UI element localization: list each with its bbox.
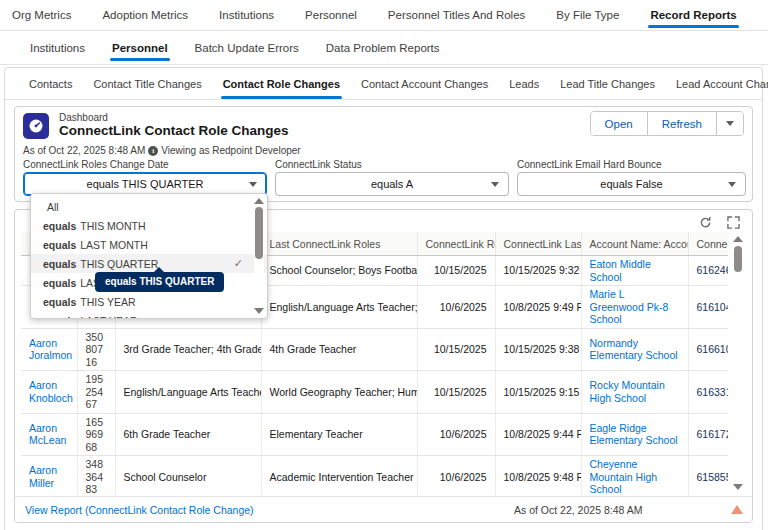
tab-record-reports[interactable]: Record Reports bbox=[650, 0, 736, 30]
last-modified-cell: 10/8/2025 9:44 PM bbox=[495, 413, 581, 456]
scroll-up-arrow-icon[interactable] bbox=[254, 198, 264, 204]
widget-actions bbox=[698, 215, 740, 229]
option-label: THIS MONTH bbox=[80, 220, 145, 232]
tab-personnel[interactable]: Personnel bbox=[305, 0, 357, 30]
contact-link[interactable]: Aaron Joralmon bbox=[29, 337, 72, 362]
tab-personnel-titles-and-roles[interactable]: Personnel Titles And Roles bbox=[388, 0, 525, 30]
chevron-down-icon bbox=[728, 182, 736, 187]
contact-id-cell: 34836483 bbox=[77, 456, 115, 496]
tab-contact-account-changes[interactable]: Contact Account Changes bbox=[361, 68, 488, 99]
roles-cell: 6th Grade Teacher bbox=[115, 413, 261, 456]
dashboard-asof-line: As of Oct 22, 2025 8:48 AM i Viewing as … bbox=[23, 145, 301, 156]
last-modified-cell: 10/15/2025 9:32 PM bbox=[495, 256, 581, 286]
change-date-cell: 10/6/2025 bbox=[417, 286, 495, 329]
filter-email-hard-bounce-combobox[interactable]: equals False bbox=[517, 172, 746, 196]
option-label: THIS QUARTER bbox=[80, 258, 158, 270]
table-row: Aaron Knobloch 19525467 English/Language… bbox=[21, 371, 728, 414]
connectlink-id-cell: 616246 bbox=[688, 256, 728, 286]
expand-widget-icon[interactable] bbox=[726, 215, 740, 229]
contact-id-cell: 35080716 bbox=[77, 328, 115, 371]
contact-link[interactable]: Aaron Knobloch bbox=[29, 379, 73, 404]
scroll-up-arrow-icon[interactable] bbox=[733, 236, 743, 242]
chevron-down-icon bbox=[249, 182, 257, 187]
table-row: Aaron McLean 16596968 6th Grade Teacher … bbox=[21, 413, 728, 456]
dashboard-icon bbox=[23, 113, 49, 139]
roles-cell: 3rd Grade Teacher; 4th Grade Teacher bbox=[115, 328, 261, 371]
info-icon[interactable]: i bbox=[148, 146, 158, 156]
option-prefix: equals bbox=[43, 315, 76, 320]
tab-contact-role-changes[interactable]: Contact Role Changes bbox=[223, 68, 340, 99]
secondary-tab-bar: Institutions Personnel Batch Update Erro… bbox=[0, 32, 768, 65]
scrollbar-thumb[interactable] bbox=[734, 246, 742, 272]
refresh-button[interactable]: Refresh bbox=[648, 112, 717, 135]
entity-type-label: Dashboard bbox=[59, 112, 108, 123]
col-header-account-name[interactable]: Account Name: Account N... bbox=[581, 232, 688, 256]
refresh-widget-icon[interactable] bbox=[698, 215, 712, 229]
filter-label-email-hard-bounce: ConnectLink Email Hard Bounce bbox=[517, 159, 746, 170]
page-title: ConnectLink Contact Role Changes bbox=[59, 123, 289, 138]
last-modified-cell: 10/8/2025 9:49 PM bbox=[495, 286, 581, 329]
roles-change-date-dropdown: All equals THIS MONTH equals LAST MONTH … bbox=[30, 193, 268, 319]
tab-adoption-metrics[interactable]: Adoption Metrics bbox=[102, 0, 188, 30]
tab-lead-title-changes[interactable]: Lead Title Changes bbox=[560, 68, 655, 99]
footer-asof-text: As of Oct 22, 2025 8:48 AM bbox=[514, 504, 642, 516]
scrollbar-thumb[interactable] bbox=[255, 207, 263, 259]
open-button[interactable]: Open bbox=[591, 112, 648, 135]
tab-by-file-type[interactable]: By File Type bbox=[556, 0, 619, 30]
filter-value: equals THIS QUARTER bbox=[87, 178, 204, 190]
change-date-cell: 10/15/2025 bbox=[417, 371, 495, 414]
contact-link[interactable]: Aaron Miller bbox=[29, 464, 57, 489]
scroll-down-arrow-icon[interactable] bbox=[733, 484, 743, 490]
subtab-data-problem-reports[interactable]: Data Problem Reports bbox=[326, 32, 440, 64]
last-roles-cell: School Counselor; Boys Football Coach bbox=[261, 256, 417, 286]
tab-institutions[interactable]: Institutions bbox=[219, 0, 274, 30]
account-link[interactable]: Normandy Elementary School bbox=[590, 337, 678, 362]
checkmark-icon: ✓ bbox=[234, 257, 243, 270]
tab-org-metrics[interactable]: Org Metrics bbox=[12, 0, 71, 30]
tab-contact-title-changes[interactable]: Contact Title Changes bbox=[93, 68, 201, 99]
tab-leads[interactable]: Leads bbox=[509, 68, 539, 99]
selected-filter-tooltip: equals THIS QUARTER bbox=[95, 272, 224, 292]
table-vertical-scrollbar[interactable] bbox=[733, 236, 744, 490]
filter-status-combobox[interactable]: equals A bbox=[275, 172, 509, 196]
tab-lead-account-changes[interactable]: Lead Account Changes bbox=[676, 68, 768, 99]
connectlink-id-cell: 615855 bbox=[688, 456, 728, 496]
subtab-batch-update-errors[interactable]: Batch Update Errors bbox=[195, 32, 299, 64]
dropdown-option-this-month[interactable]: equals THIS MONTH bbox=[31, 216, 267, 235]
account-link[interactable]: Rocky Mountain High School bbox=[590, 379, 665, 404]
account-link[interactable]: Eaton Middle School bbox=[590, 258, 651, 283]
col-header-connectlink-id[interactable]: Conne... bbox=[688, 232, 728, 256]
scroll-down-arrow-icon[interactable] bbox=[254, 308, 264, 314]
more-actions-button[interactable] bbox=[717, 112, 743, 135]
col-header-connectlink-last[interactable]: ConnectLink Last... bbox=[495, 232, 581, 256]
widget-footer: View Report (ConnectLink Contact Role Ch… bbox=[15, 496, 752, 522]
connectlink-id-cell: 616104 bbox=[688, 286, 728, 329]
dropdown-scrollbar[interactable] bbox=[254, 197, 264, 315]
subtab-institutions[interactable]: Institutions bbox=[30, 32, 85, 64]
option-label: THIS YEAR bbox=[80, 296, 135, 308]
last-modified-cell: 10/8/2025 9:48 PM bbox=[495, 456, 581, 496]
option-prefix: equals bbox=[43, 239, 76, 251]
col-header-last-connectlink-roles[interactable]: Last ConnectLink Roles bbox=[261, 232, 417, 256]
primary-tab-bar: Org Metrics Adoption Metrics Institution… bbox=[0, 0, 768, 31]
change-date-cell: 10/6/2025 bbox=[417, 413, 495, 456]
tab-contacts[interactable]: Contacts bbox=[29, 68, 72, 99]
account-link[interactable]: Eagle Ridge Elementary School bbox=[590, 422, 678, 447]
dropdown-option-last-year[interactable]: equals LAST YEAR bbox=[31, 311, 267, 319]
change-date-cell: 10/15/2025 bbox=[417, 328, 495, 371]
subtab-personnel[interactable]: Personnel bbox=[112, 32, 168, 64]
contact-link[interactable]: Aaron McLean bbox=[29, 422, 66, 447]
dropdown-option-last-month[interactable]: equals LAST MONTH bbox=[31, 235, 267, 254]
dropdown-option-this-quarter[interactable]: equals THIS QUARTER ✓ bbox=[31, 254, 267, 273]
account-link[interactable]: Marie L Greenwood Pk-8 School bbox=[590, 288, 669, 325]
dropdown-option-this-year[interactable]: equals THIS YEAR bbox=[31, 292, 267, 311]
dropdown-option-all[interactable]: All bbox=[31, 197, 267, 216]
account-link[interactable]: Cheyenne Mountain High School bbox=[590, 458, 658, 495]
last-roles-cell: English/Language Arts Teacher; Athletic … bbox=[261, 286, 417, 329]
option-label: LAST MONTH bbox=[80, 239, 147, 251]
dashboard-header-panel: Dashboard ConnectLink Contact Role Chang… bbox=[14, 106, 753, 202]
col-header-roles-change-date[interactable]: ConnectLink Roles C... bbox=[417, 232, 495, 256]
change-date-cell: 10/6/2025 bbox=[417, 456, 495, 496]
filter-label-roles-change-date: ConnectLink Roles Change Date bbox=[23, 159, 267, 170]
view-report-link[interactable]: View Report (ConnectLink Contact Role Ch… bbox=[25, 504, 254, 516]
